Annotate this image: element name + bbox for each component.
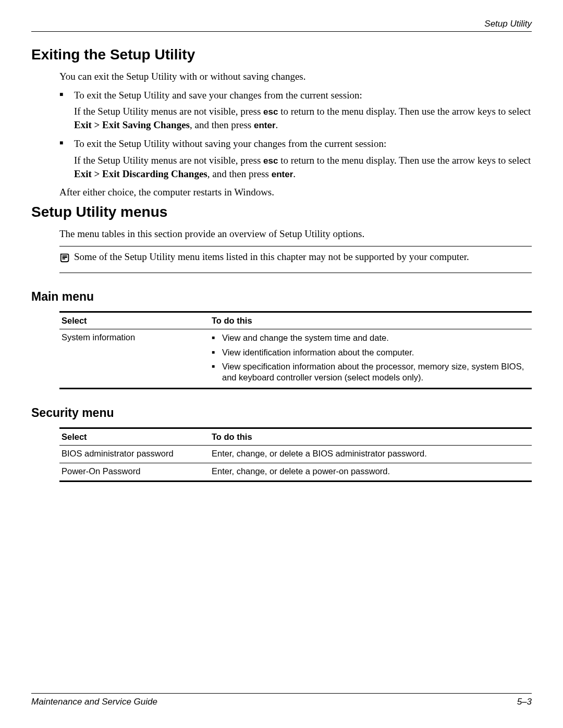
table-row: Power-On Password Enter, change, or dele… bbox=[59, 463, 532, 481]
cell-select: BIOS administrator password bbox=[59, 445, 210, 463]
note-block: Some of the Setup Utility menu items lis… bbox=[59, 246, 532, 273]
cell-todo: View and change the system time and date… bbox=[210, 329, 532, 389]
note-text: Some of the Setup Utility menu items lis… bbox=[74, 251, 532, 264]
footer-right: 5–3 bbox=[517, 697, 532, 707]
text: . bbox=[276, 119, 278, 130]
bullet-detail: If the Setup Utility menus are not visib… bbox=[74, 154, 532, 181]
table-row: System information View and change the s… bbox=[59, 329, 532, 389]
bullet-detail: If the Setup Utility menus are not visib… bbox=[74, 105, 532, 132]
bullet-lead: To exit the Setup Utility without saving… bbox=[74, 138, 386, 149]
text: to return to the menu display. Then use … bbox=[278, 106, 531, 117]
bullet-lead: To exit the Setup Utility and save your … bbox=[74, 90, 362, 101]
footer-left: Maintenance and Service Guide bbox=[31, 697, 157, 707]
menu-path: Exit > Exit Saving Changes bbox=[74, 119, 190, 130]
page: Setup Utility Exiting the Setup Utility … bbox=[0, 0, 563, 728]
text: If the Setup Utility menus are not visib… bbox=[74, 155, 263, 166]
table-header-row: Select To do this bbox=[59, 312, 532, 329]
main-menu-table: Select To do this System information Vie… bbox=[59, 311, 532, 389]
text: , and then press bbox=[190, 119, 254, 130]
cell-desc: Enter, change, or delete a BIOS administ… bbox=[210, 445, 532, 463]
text: . bbox=[293, 168, 296, 179]
exiting-bullets: To exit the Setup Utility and save your … bbox=[59, 89, 532, 181]
list-item: View and change the system time and date… bbox=[212, 332, 530, 343]
heading-security-menu: Security menu bbox=[31, 406, 532, 420]
menus-intro: The menu tables in this section provide … bbox=[59, 228, 532, 241]
header-section-label: Setup Utility bbox=[31, 19, 532, 29]
cell-bullets: View and change the system time and date… bbox=[212, 332, 530, 384]
table-header-row: Select To do this bbox=[59, 428, 532, 445]
list-item: View specification information about the… bbox=[212, 361, 530, 384]
kbd-esc: esc bbox=[263, 107, 278, 117]
col-todo: To do this bbox=[210, 312, 532, 329]
heading-menus: Setup Utility menus bbox=[31, 204, 532, 220]
menu-path: Exit > Exit Discarding Changes bbox=[74, 168, 207, 179]
cell-desc: Enter, change, or delete a power-on pass… bbox=[210, 463, 532, 481]
col-select: Select bbox=[59, 428, 210, 445]
text: If the Setup Utility menus are not visib… bbox=[74, 106, 263, 117]
exiting-bullet-2: To exit the Setup Utility without saving… bbox=[59, 137, 532, 181]
kbd-esc: esc bbox=[263, 156, 278, 166]
kbd-enter: enter bbox=[254, 120, 276, 130]
col-todo: To do this bbox=[210, 428, 532, 445]
security-menu-table: Select To do this BIOS administrator pas… bbox=[59, 427, 532, 482]
exiting-after: After either choice, the computer restar… bbox=[59, 186, 532, 199]
cell-select: Power-On Password bbox=[59, 463, 210, 481]
col-select: Select bbox=[59, 312, 210, 329]
kbd-enter: enter bbox=[272, 169, 293, 179]
heading-main-menu: Main menu bbox=[31, 290, 532, 304]
exiting-bullet-1: To exit the Setup Utility and save your … bbox=[59, 89, 532, 132]
table-row: BIOS administrator password Enter, chang… bbox=[59, 445, 532, 463]
heading-exiting: Exiting the Setup Utility bbox=[31, 46, 532, 63]
text: , and then press bbox=[207, 168, 272, 179]
exiting-intro: You can exit the Setup Utility with or w… bbox=[59, 70, 532, 83]
text: to return to the menu display. Then use … bbox=[278, 155, 531, 166]
page-footer: Maintenance and Service Guide 5–3 bbox=[31, 693, 532, 707]
page-header: Setup Utility bbox=[31, 19, 532, 32]
note-icon bbox=[59, 252, 74, 265]
cell-select: System information bbox=[59, 329, 210, 389]
list-item: View identification information about th… bbox=[212, 347, 530, 358]
